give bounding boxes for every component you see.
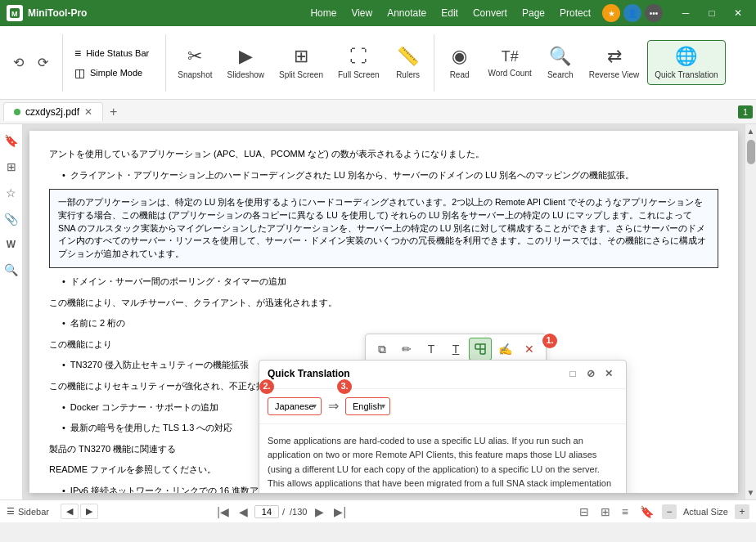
qt-panel-header: Quick Translation □ ⊘ ✕ [259, 361, 626, 389]
next-page-button[interactable]: ▶ [312, 504, 327, 520]
sidebar-icon: ☰ [7, 506, 15, 517]
simple-mode-icon: ◫ [74, 66, 85, 79]
reverse-view-label: Reverse View [589, 70, 640, 79]
float-translate-button[interactable] [469, 338, 492, 361]
search-icon: 🔍 [549, 46, 571, 67]
status-sidebar-toggle[interactable]: ☰ Sidebar [7, 506, 49, 517]
float-close-button[interactable]: ✕ [518, 338, 541, 361]
current-page-input[interactable] [254, 505, 279, 518]
tab-close-button[interactable]: ✕ [84, 106, 92, 118]
zoom-out-button[interactable]: − [662, 504, 677, 519]
pdf-page: アントを使用しているアプリケーション (APC、LUA、PCOMM など) の数… [29, 131, 738, 493]
svg-rect-2 [475, 344, 480, 349]
float-edit-button[interactable]: ✍ [493, 338, 516, 361]
toolbar-divider-1 [62, 34, 63, 92]
qt-title: Quick Translation [268, 366, 564, 382]
zoom-controls: − Actual Size + [662, 504, 749, 519]
float-text-button[interactable]: T [420, 338, 443, 361]
main-toolbar: ⟲ ⟳ ≡ Hide Status Bar ◫ Simple Mode ✂ Sn… [0, 26, 756, 100]
qt-popout-button[interactable]: ⊘ [582, 365, 600, 383]
status-right-controls: ⊟ ⊞ ≡ 🔖 − Actual Size + [576, 504, 749, 520]
scroll-down-arrow[interactable]: ▼ [745, 486, 756, 499]
window-controls: ─ □ ✕ [674, 5, 749, 21]
nav-left-button[interactable]: ◀ [61, 504, 79, 519]
tab-number: 1 [738, 105, 753, 119]
qt-source-language-select[interactable]: Japanese [268, 397, 322, 415]
slideshow-icon: ▶ [239, 46, 253, 67]
right-scrollbar[interactable]: ▲ ▼ [745, 124, 756, 499]
last-page-button[interactable]: ▶| [331, 504, 349, 520]
pdf-text-3: この機能により、マルチサーバー、クライアント、が迅速化されます。 [49, 296, 718, 311]
pdf-tab[interactable]: czxdys2j.pdf ✕ [3, 102, 103, 121]
svg-rect-3 [480, 349, 485, 354]
search-button[interactable]: 🔍 Search [540, 41, 581, 84]
float-copy-button[interactable]: ⧉ [371, 338, 394, 361]
rulers-label: Rulers [396, 70, 420, 79]
view-bookmark-button[interactable]: 🔖 [637, 504, 657, 520]
sidebar-star-icon[interactable]: ☆ [2, 183, 20, 203]
quick-translation-button[interactable]: 🌐 Quick Translation [647, 40, 725, 85]
sidebar-label: Sidebar [18, 507, 49, 517]
rulers-icon: 📏 [397, 46, 419, 67]
word-count-label: Word Count [488, 69, 532, 78]
first-page-button[interactable]: |◀ [214, 504, 232, 520]
hide-status-bar-button[interactable]: ≡ Hide Status Bar [68, 44, 155, 62]
icon-circle-menu[interactable]: ••• [645, 4, 663, 22]
split-screen-icon: ⊞ [294, 46, 308, 67]
close-button[interactable]: ✕ [727, 5, 749, 21]
word-count-button[interactable]: T# Word Count [482, 43, 538, 83]
float-highlight-button[interactable]: ✏ [395, 338, 418, 361]
menu-view[interactable]: View [344, 6, 379, 20]
add-tab-button[interactable]: + [103, 101, 124, 123]
simple-mode-button[interactable]: ◫ Simple Mode [68, 64, 155, 82]
toolbar-divider-3 [434, 34, 434, 92]
slideshow-label: Slideshow [227, 70, 264, 79]
redo-button[interactable]: ⟳ [31, 52, 54, 74]
undo-button[interactable]: ⟲ [7, 52, 29, 74]
read-label: Read [450, 70, 470, 79]
sidebar-bookmark-icon[interactable]: 🔖 [1, 131, 21, 150]
rulers-button[interactable]: 📏 Rulers [388, 41, 429, 84]
view-toggle-group: ≡ Hide Status Bar ◫ Simple Mode [68, 44, 155, 82]
snapshot-button[interactable]: ✂ Snapshot [171, 41, 218, 84]
hide-status-bar-label: Hide Status Bar [86, 48, 149, 58]
sidebar-attach-icon[interactable]: 📎 [1, 209, 21, 229]
scroll-up-arrow[interactable]: ▲ [745, 124, 756, 138]
menu-page[interactable]: Page [515, 6, 551, 20]
toolbar-divider-2 [165, 34, 166, 92]
menu-annotate[interactable]: Annotate [380, 6, 433, 20]
tab-filename: czxdys2j.pdf [25, 106, 79, 118]
left-sidebar: 🔖 ⊞ ☆ 📎 W 🔍 [0, 124, 23, 499]
minimize-button[interactable]: ─ [674, 5, 697, 21]
slideshow-button[interactable]: ▶ Slideshow [220, 41, 271, 84]
full-screen-button[interactable]: ⛶ Full Screen [331, 41, 386, 84]
qt-target-language-select[interactable]: English [345, 397, 390, 415]
annotation-label-2: 2. [259, 379, 274, 394]
full-screen-icon: ⛶ [349, 46, 367, 67]
view-grid2-button[interactable]: ⊟ [576, 504, 592, 520]
reverse-view-button[interactable]: ⇄ Reverse View [583, 41, 646, 84]
menu-protect[interactable]: Protect [553, 6, 597, 20]
scroll-thumb[interactable] [747, 140, 755, 164]
simple-mode-label: Simple Mode [90, 68, 142, 78]
sidebar-grid-icon[interactable]: ⊞ [3, 157, 20, 177]
float-text2-button[interactable]: T [444, 338, 467, 361]
menu-home[interactable]: Home [304, 6, 343, 20]
nav-right-button[interactable]: ▶ [80, 504, 98, 519]
svg-text:M: M [11, 10, 18, 18]
zoom-in-button[interactable]: + [735, 504, 749, 519]
read-button[interactable]: ◉ Read [439, 41, 480, 84]
icon-circle-blue: 👤 [623, 4, 641, 22]
view-grid4-button[interactable]: ⊞ [597, 504, 614, 520]
sidebar-w-icon[interactable]: W [3, 235, 19, 253]
menu-edit[interactable]: Edit [434, 6, 465, 20]
split-screen-button[interactable]: ⊞ Split Screen [272, 41, 330, 84]
qt-minimize-button[interactable]: □ [564, 365, 582, 383]
maximize-button[interactable]: □ [700, 5, 723, 21]
menu-convert[interactable]: Convert [466, 6, 514, 20]
prev-page-button[interactable]: ◀ [236, 504, 251, 520]
qt-close-button[interactable]: ✕ [600, 365, 618, 383]
total-pages: /130 [288, 507, 308, 517]
view-list-button[interactable]: ≡ [619, 504, 632, 520]
sidebar-search-icon[interactable]: 🔍 [1, 260, 21, 280]
